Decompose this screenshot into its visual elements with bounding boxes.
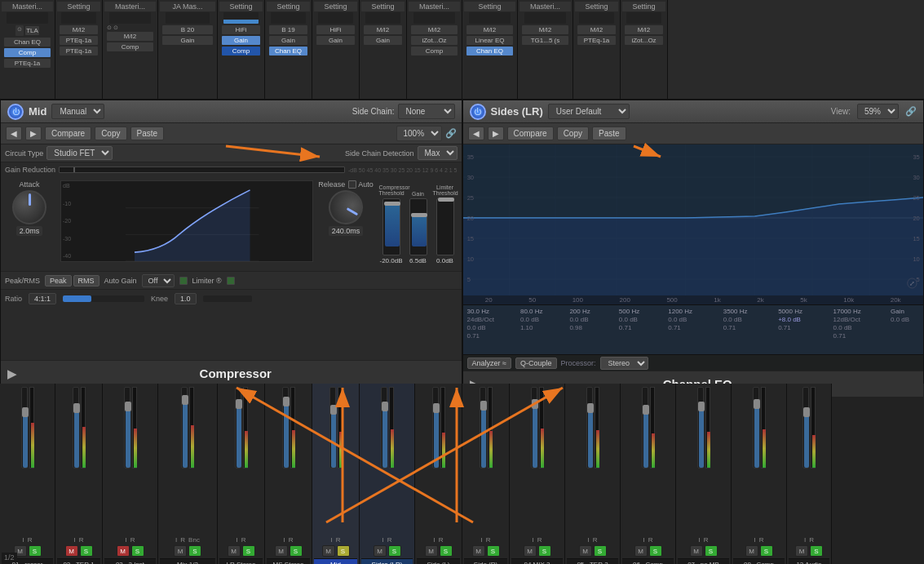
comp-zoom-select[interactable]: 100% (396, 126, 442, 141)
release-knob[interactable] (322, 184, 369, 230)
eq-preset-select[interactable]: User Default (548, 104, 630, 119)
strip-plugin-4b[interactable]: Gain (162, 36, 212, 45)
comp-nav-prev[interactable]: ◀ (6, 127, 22, 140)
ch6-fader[interactable] (282, 387, 289, 469)
attack-knob[interactable] (12, 190, 46, 224)
chsides-s-btn[interactable]: S (388, 545, 401, 557)
knee-bar[interactable] (203, 295, 252, 302)
sidechain-detection-select[interactable]: Max (418, 146, 458, 160)
chmid-s-btn[interactable]: S (337, 545, 350, 557)
ch5-m-btn[interactable]: M (228, 545, 241, 557)
strip-plugin-5b[interactable]: Gain (222, 36, 261, 45)
eq-paste-button[interactable]: Paste (592, 127, 626, 140)
ch15-fader[interactable] (802, 387, 809, 469)
ch8-m-btn[interactable]: M (425, 545, 438, 557)
ch5-s-btn[interactable]: S (242, 545, 255, 557)
ch1-fader[interactable] (21, 387, 28, 469)
ch8-s-btn[interactable]: S (440, 545, 453, 557)
ch8-fader[interactable] (432, 387, 439, 469)
strip-plugin-pteq[interactable]: PTEq-1a (4, 59, 51, 68)
ch14-fader[interactable] (753, 387, 759, 469)
comp-play-btn[interactable]: ▶ (7, 367, 16, 380)
strip-plugin-9c[interactable]: Comp (411, 47, 458, 56)
processor-select[interactable]: Stereo (600, 357, 648, 370)
ch2-fader[interactable] (73, 387, 79, 469)
strip-plugin-comp[interactable]: Comp (4, 48, 51, 57)
ch2-m-btn[interactable]: M (65, 545, 78, 557)
comp-threshold-fader[interactable] (382, 198, 400, 255)
strip-plugin-6b[interactable]: Gain (269, 36, 308, 45)
ch10-m-btn[interactable]: M (524, 545, 537, 557)
comp-link-icon[interactable]: 🔗 (445, 128, 457, 139)
limiter-fader[interactable] (436, 198, 454, 255)
comp-preset-select[interactable]: Manual (51, 104, 104, 119)
strip-plugin-3b[interactable]: Comp (107, 42, 153, 51)
q-couple-btn[interactable]: Q-Couple (515, 357, 557, 369)
strip-plugin-2b[interactable]: PTEq-1a (60, 36, 99, 45)
strip-plugin-12b[interactable]: PTEq-1a (577, 36, 617, 45)
strip-plugin-chaneq[interactable]: Chan EQ (4, 38, 51, 47)
sidechain-select[interactable]: None (398, 104, 455, 119)
ch13-fader[interactable] (697, 387, 704, 469)
ch13-m-btn[interactable]: M (690, 545, 703, 557)
circuit-type-select[interactable]: Studio FET (46, 146, 113, 160)
comp-paste-button[interactable]: Paste (130, 127, 165, 140)
gain-fader[interactable] (409, 198, 427, 255)
off-select[interactable]: Off (142, 274, 175, 287)
eq-nav-prev[interactable]: ◀ (468, 127, 484, 140)
strip-plugin-6c[interactable]: Chan EQ (269, 47, 308, 56)
comp-power-button[interactable]: ⏻ (7, 104, 24, 120)
ch6-s-btn[interactable]: S (290, 545, 303, 557)
strip-plugin-11b[interactable]: TG1...5 (s (522, 36, 568, 45)
peak-btn[interactable]: Peak (45, 275, 72, 286)
ch5-fader[interactable] (235, 387, 241, 469)
auto-check[interactable] (348, 180, 356, 189)
strip-plugin-7b[interactable]: Gain (316, 36, 356, 45)
ch9-fader[interactable] (480, 387, 486, 469)
chsides-fader[interactable] (381, 387, 387, 469)
strip-plugin-9b[interactable]: iZot...Oz (411, 36, 458, 45)
ch15-m-btn[interactable]: M (795, 545, 808, 557)
ch11-fader[interactable] (586, 387, 593, 469)
ch12-fader[interactable] (642, 387, 648, 469)
eq-compare-button[interactable]: Compare (507, 127, 554, 140)
comp-copy-button[interactable]: Copy (95, 127, 126, 140)
ch12-m-btn[interactable]: M (634, 545, 648, 557)
comp-nav-next[interactable]: ▶ (25, 127, 42, 140)
ch4-s-btn[interactable]: S (188, 545, 201, 557)
ratio-bar[interactable] (63, 295, 144, 302)
strip-plugin-13b[interactable]: iZot...Oz (625, 36, 664, 45)
strip-plugin-10b[interactable]: Linear EQ (466, 36, 513, 45)
chsides-m-btn[interactable]: M (374, 545, 387, 557)
analyzer-btn[interactable]: Analyzer ≈ (467, 357, 511, 369)
eq-power-button[interactable]: ⏻ (470, 104, 486, 120)
eq-zoom-select[interactable]: 59% (857, 104, 899, 119)
ch3-m-btn[interactable]: M (117, 545, 130, 557)
strip-plugin-8b[interactable]: Gain (364, 36, 403, 45)
ch3-fader[interactable] (124, 387, 130, 469)
eq-link-icon[interactable]: 🔗 (905, 106, 917, 117)
strip-plugin-5a[interactable]: HiFi (222, 25, 261, 34)
ch1-s-btn[interactable]: S (29, 545, 42, 557)
ch10-fader[interactable] (531, 387, 537, 469)
ch14-m-btn[interactable]: M (745, 545, 758, 557)
comp-footer[interactable]: ▶ Compressor (1, 360, 462, 386)
comp-compare-button[interactable]: Compare (45, 127, 91, 140)
ch9-m-btn[interactable]: M (472, 545, 485, 557)
eq-nav-next[interactable]: ▶ (488, 127, 504, 140)
ch11-s-btn[interactable]: S (594, 545, 607, 557)
ch15-s-btn[interactable]: S (810, 545, 823, 557)
strip-plugin-2c[interactable]: PTEq-1a (60, 47, 99, 56)
ch6-m-btn[interactable]: M (275, 545, 288, 557)
strip-plugin-4a[interactable]: B 20 (162, 25, 212, 34)
strip-plugin-3a[interactable]: M/I2 (107, 32, 153, 41)
rms-btn[interactable]: RMS (73, 275, 99, 286)
ch11-m-btn[interactable]: M (579, 545, 592, 557)
ch12-s-btn[interactable]: S (649, 545, 662, 557)
ch4-m-btn[interactable]: M (174, 545, 187, 557)
chmid-fader[interactable] (329, 387, 336, 469)
strip-plugin-5c[interactable]: Comp (222, 47, 261, 56)
ch3-s-btn[interactable]: S (131, 545, 144, 557)
chmid-m-btn[interactable]: M (322, 545, 335, 557)
ch14-s-btn[interactable]: S (760, 545, 773, 557)
